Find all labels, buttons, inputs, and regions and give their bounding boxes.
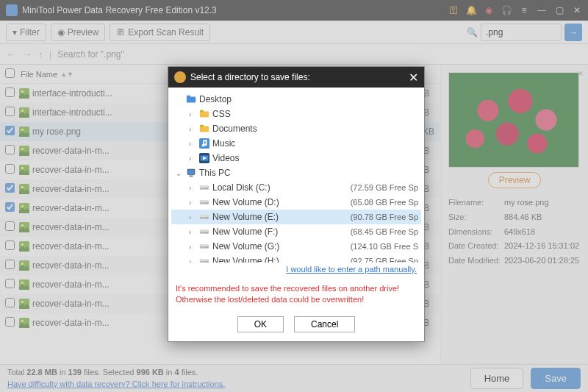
manual-path-link[interactable]: I would like to enter a path manually. — [286, 265, 417, 274]
tree-node-label: CSS — [212, 109, 231, 119]
pc-icon — [186, 168, 196, 178]
svg-rect-48 — [200, 229, 209, 232]
svg-point-52 — [207, 246, 208, 248]
drive-icon — [199, 212, 209, 222]
tree-node[interactable]: ›New Volume (D:)(65.08 GB Free Sp — [171, 195, 421, 210]
svg-rect-37 — [189, 176, 193, 177]
tree-node-label: New Volume (F:) — [212, 227, 278, 237]
expand-icon[interactable]: › — [189, 154, 196, 163]
free-space: (68.45 GB Free Sp — [351, 227, 421, 236]
free-space: (124.10 GB Free S — [351, 242, 421, 251]
svg-rect-39 — [200, 185, 209, 188]
drive-icon — [199, 227, 209, 237]
tree-node-label: Videos — [212, 153, 239, 163]
tree-node[interactable]: ›Documents — [171, 121, 421, 136]
svg-rect-51 — [200, 244, 209, 246]
tree-node-label: New Volume (D:) — [212, 197, 279, 207]
svg-rect-31 — [200, 125, 204, 127]
tree-node-label: New Volume (G:) — [212, 241, 279, 252]
expand-icon[interactable]: › — [189, 213, 196, 221]
free-space: (92.75 GB Free Sp — [351, 257, 421, 263]
folder-icon — [199, 109, 209, 119]
tree-node-label: New Volume (E:) — [212, 212, 279, 222]
tree-node[interactable]: ›New Volume (E:)(90.78 GB Free Sp — [171, 210, 421, 224]
svg-point-49 — [207, 232, 208, 233]
tree-node[interactable]: ›CSS — [171, 107, 421, 121]
dialog-title: Select a directory to save files: — [190, 72, 310, 82]
warning-text: It's recommended to save the recovered f… — [168, 279, 424, 310]
free-space: (65.08 GB Free Sp — [351, 198, 421, 207]
svg-point-40 — [207, 188, 208, 189]
dialog-icon — [174, 71, 186, 83]
svg-point-43 — [207, 202, 208, 204]
tree-node-label: Music — [212, 138, 235, 149]
expand-icon[interactable]: › — [189, 257, 196, 263]
video-icon — [199, 153, 209, 163]
directory-tree: Desktop›CSS›Documents›Music›Videos⌄This … — [168, 88, 424, 263]
tree-node-label: Documents — [212, 124, 257, 134]
tree-node[interactable]: ›New Volume (F:)(68.45 GB Free Sp — [171, 224, 421, 239]
svg-rect-45 — [200, 215, 209, 217]
tree-node[interactable]: ›Videos — [171, 151, 421, 165]
music-icon — [199, 138, 209, 149]
expand-icon[interactable]: › — [189, 125, 196, 133]
drive-icon — [199, 256, 209, 263]
drive-icon — [199, 182, 209, 193]
expand-icon[interactable]: › — [189, 184, 196, 192]
svg-rect-42 — [200, 200, 209, 202]
tree-node[interactable]: Desktop — [171, 92, 421, 107]
expand-icon[interactable]: › — [189, 243, 196, 251]
svg-rect-36 — [188, 170, 195, 174]
free-space: (90.78 GB Free Sp — [351, 213, 421, 221]
tree-node-label: Local Disk (C:) — [212, 182, 270, 193]
tree-node-label: Desktop — [199, 94, 232, 104]
svg-point-46 — [207, 217, 208, 218]
cancel-button[interactable]: Cancel — [294, 316, 355, 332]
free-space: (72.59 GB Free Sp — [351, 183, 421, 192]
svg-rect-26 — [187, 97, 196, 103]
expand-icon[interactable]: › — [189, 199, 196, 207]
expand-icon[interactable]: › — [189, 228, 196, 236]
svg-rect-28 — [200, 112, 209, 118]
tree-node[interactable]: ⌄This PC — [171, 165, 421, 180]
ok-button[interactable]: OK — [237, 316, 284, 332]
tree-node-label: This PC — [199, 168, 231, 178]
tree-node[interactable]: ›Music — [171, 136, 421, 151]
tree-node[interactable]: ›Local Disk (C:)(72.59 GB Free Sp — [171, 180, 421, 195]
expand-icon[interactable]: › — [189, 110, 196, 118]
tree-node-label: New Volume (H:) — [212, 256, 279, 263]
expand-icon[interactable]: ⌄ — [176, 169, 183, 177]
save-directory-dialog: Select a directory to save files: ✕ Desk… — [168, 66, 425, 342]
tree-node[interactable]: ›New Volume (H:)(92.75 GB Free Sp — [171, 254, 421, 263]
svg-rect-54 — [200, 259, 209, 261]
drive-icon — [199, 241, 209, 252]
folder-icon — [199, 124, 209, 134]
drive-icon — [199, 197, 209, 207]
svg-point-55 — [207, 261, 208, 263]
tree-node[interactable]: ›New Volume (G:)(124.10 GB Free S — [171, 239, 421, 254]
svg-rect-29 — [200, 110, 204, 113]
folder-blue-icon — [186, 94, 196, 104]
svg-rect-30 — [200, 126, 209, 132]
dialog-titlebar: Select a directory to save files: ✕ — [168, 67, 424, 88]
expand-icon[interactable]: › — [189, 140, 196, 148]
dialog-close-icon[interactable]: ✕ — [409, 71, 418, 85]
svg-rect-27 — [187, 96, 190, 98]
